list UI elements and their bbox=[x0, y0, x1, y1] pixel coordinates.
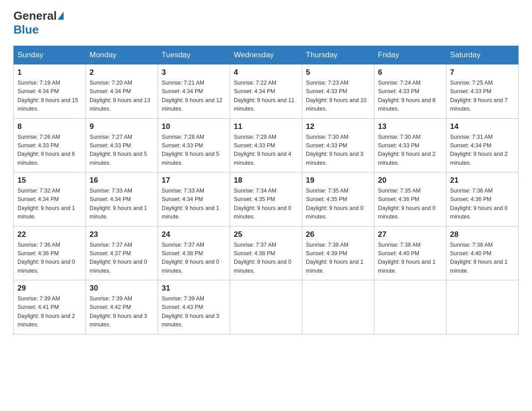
calendar-day-cell: 1Sunrise: 7:19 AMSunset: 4:34 PMDaylight… bbox=[14, 64, 86, 119]
day-info: Sunrise: 7:24 AMSunset: 4:33 PMDaylight:… bbox=[378, 79, 442, 114]
calendar-day-cell: 7Sunrise: 7:25 AMSunset: 4:33 PMDaylight… bbox=[446, 64, 519, 119]
day-number: 1 bbox=[17, 68, 82, 77]
calendar-week-row: 1Sunrise: 7:19 AMSunset: 4:34 PMDaylight… bbox=[14, 64, 519, 119]
day-number: 11 bbox=[234, 122, 298, 131]
day-info: Sunrise: 7:30 AMSunset: 4:33 PMDaylight:… bbox=[378, 133, 442, 168]
day-info: Sunrise: 7:31 AMSunset: 4:34 PMDaylight:… bbox=[450, 133, 515, 168]
calendar-day-cell: 22Sunrise: 7:36 AMSunset: 4:36 PMDayligh… bbox=[14, 226, 86, 280]
page-header: General Blue bbox=[13, 9, 519, 37]
day-info: Sunrise: 7:39 AMSunset: 4:42 PMDaylight:… bbox=[90, 295, 154, 330]
day-info: Sunrise: 7:20 AMSunset: 4:34 PMDaylight:… bbox=[90, 79, 154, 114]
calendar-day-cell: 25Sunrise: 7:37 AMSunset: 4:38 PMDayligh… bbox=[230, 226, 302, 280]
day-number: 3 bbox=[162, 68, 226, 77]
day-number: 29 bbox=[17, 284, 82, 293]
day-number: 26 bbox=[306, 230, 370, 239]
day-info: Sunrise: 7:28 AMSunset: 4:33 PMDaylight:… bbox=[162, 133, 226, 168]
calendar-day-cell: 8Sunrise: 7:26 AMSunset: 4:33 PMDaylight… bbox=[14, 118, 86, 172]
calendar-week-row: 29Sunrise: 7:39 AMSunset: 4:41 PMDayligh… bbox=[14, 280, 519, 334]
calendar-day-cell: 17Sunrise: 7:33 AMSunset: 4:34 PMDayligh… bbox=[158, 172, 230, 227]
day-number: 19 bbox=[306, 176, 370, 185]
calendar-day-cell: 9Sunrise: 7:27 AMSunset: 4:33 PMDaylight… bbox=[86, 118, 158, 172]
day-number: 4 bbox=[234, 68, 298, 77]
day-number: 31 bbox=[162, 284, 226, 293]
calendar-day-cell bbox=[374, 280, 446, 334]
calendar-day-cell: 15Sunrise: 7:32 AMSunset: 4:34 PMDayligh… bbox=[14, 172, 86, 227]
calendar-week-row: 22Sunrise: 7:36 AMSunset: 4:36 PMDayligh… bbox=[14, 226, 519, 280]
header-thursday: Thursday bbox=[302, 46, 374, 64]
day-number: 13 bbox=[378, 122, 442, 131]
header-wednesday: Wednesday bbox=[230, 46, 302, 64]
calendar-week-row: 8Sunrise: 7:26 AMSunset: 4:33 PMDaylight… bbox=[14, 118, 519, 172]
calendar-day-cell: 19Sunrise: 7:35 AMSunset: 4:35 PMDayligh… bbox=[302, 172, 374, 227]
calendar-table: Sunday Monday Tuesday Wednesday Thursday… bbox=[13, 46, 519, 334]
calendar-day-cell: 20Sunrise: 7:35 AMSunset: 4:36 PMDayligh… bbox=[374, 172, 446, 227]
day-info: Sunrise: 7:36 AMSunset: 4:36 PMDaylight:… bbox=[450, 187, 515, 222]
logo-triangle-icon bbox=[58, 12, 64, 20]
day-info: Sunrise: 7:21 AMSunset: 4:34 PMDaylight:… bbox=[162, 79, 226, 114]
calendar-day-cell: 21Sunrise: 7:36 AMSunset: 4:36 PMDayligh… bbox=[446, 172, 519, 227]
calendar-day-cell bbox=[446, 280, 519, 334]
day-number: 12 bbox=[306, 122, 370, 131]
day-info: Sunrise: 7:37 AMSunset: 4:38 PMDaylight:… bbox=[162, 241, 226, 276]
day-number: 22 bbox=[17, 230, 82, 239]
day-info: Sunrise: 7:38 AMSunset: 4:40 PMDaylight:… bbox=[450, 241, 515, 276]
header-tuesday: Tuesday bbox=[158, 46, 230, 64]
header-saturday: Saturday bbox=[446, 46, 519, 64]
day-number: 27 bbox=[378, 230, 442, 239]
day-number: 16 bbox=[90, 176, 154, 185]
calendar-day-cell bbox=[230, 280, 302, 334]
calendar-day-cell: 5Sunrise: 7:23 AMSunset: 4:33 PMDaylight… bbox=[302, 64, 374, 119]
day-number: 2 bbox=[90, 68, 154, 77]
day-info: Sunrise: 7:23 AMSunset: 4:33 PMDaylight:… bbox=[306, 79, 370, 114]
day-number: 24 bbox=[162, 230, 226, 239]
day-number: 5 bbox=[306, 68, 370, 77]
logo-general-text: General bbox=[13, 9, 57, 23]
calendar-day-cell: 6Sunrise: 7:24 AMSunset: 4:33 PMDaylight… bbox=[374, 64, 446, 119]
header-sunday: Sunday bbox=[14, 46, 86, 64]
day-number: 30 bbox=[90, 284, 154, 293]
calendar-day-cell: 12Sunrise: 7:30 AMSunset: 4:33 PMDayligh… bbox=[302, 118, 374, 172]
calendar-day-cell: 28Sunrise: 7:38 AMSunset: 4:40 PMDayligh… bbox=[446, 226, 519, 280]
calendar-day-cell: 14Sunrise: 7:31 AMSunset: 4:34 PMDayligh… bbox=[446, 118, 519, 172]
day-number: 6 bbox=[378, 68, 442, 77]
day-number: 25 bbox=[234, 230, 298, 239]
day-info: Sunrise: 7:38 AMSunset: 4:39 PMDaylight:… bbox=[306, 241, 370, 276]
day-info: Sunrise: 7:33 AMSunset: 4:34 PMDaylight:… bbox=[162, 187, 226, 222]
calendar-week-row: 15Sunrise: 7:32 AMSunset: 4:34 PMDayligh… bbox=[14, 172, 519, 227]
day-number: 28 bbox=[450, 230, 515, 239]
header-friday: Friday bbox=[374, 46, 446, 64]
day-info: Sunrise: 7:33 AMSunset: 4:34 PMDaylight:… bbox=[90, 187, 154, 222]
calendar-day-cell: 16Sunrise: 7:33 AMSunset: 4:34 PMDayligh… bbox=[86, 172, 158, 227]
calendar-day-cell: 4Sunrise: 7:22 AMSunset: 4:34 PMDaylight… bbox=[230, 64, 302, 119]
day-info: Sunrise: 7:37 AMSunset: 4:37 PMDaylight:… bbox=[90, 241, 154, 276]
day-number: 23 bbox=[90, 230, 154, 239]
day-number: 14 bbox=[450, 122, 515, 131]
calendar-day-cell: 2Sunrise: 7:20 AMSunset: 4:34 PMDaylight… bbox=[86, 64, 158, 119]
weekday-header-row: Sunday Monday Tuesday Wednesday Thursday… bbox=[14, 46, 519, 64]
day-number: 9 bbox=[90, 122, 154, 131]
day-number: 18 bbox=[234, 176, 298, 185]
calendar-day-cell: 18Sunrise: 7:34 AMSunset: 4:35 PMDayligh… bbox=[230, 172, 302, 227]
day-info: Sunrise: 7:19 AMSunset: 4:34 PMDaylight:… bbox=[17, 79, 82, 114]
day-info: Sunrise: 7:25 AMSunset: 4:33 PMDaylight:… bbox=[450, 79, 515, 114]
day-info: Sunrise: 7:29 AMSunset: 4:33 PMDaylight:… bbox=[234, 133, 298, 168]
day-info: Sunrise: 7:22 AMSunset: 4:34 PMDaylight:… bbox=[234, 79, 298, 114]
logo-blue-text: Blue bbox=[13, 23, 39, 37]
day-info: Sunrise: 7:36 AMSunset: 4:36 PMDaylight:… bbox=[17, 241, 82, 276]
calendar-day-cell bbox=[302, 280, 374, 334]
calendar-day-cell: 3Sunrise: 7:21 AMSunset: 4:34 PMDaylight… bbox=[158, 64, 230, 119]
calendar-day-cell: 31Sunrise: 7:39 AMSunset: 4:43 PMDayligh… bbox=[158, 280, 230, 334]
calendar-day-cell: 26Sunrise: 7:38 AMSunset: 4:39 PMDayligh… bbox=[302, 226, 374, 280]
day-info: Sunrise: 7:39 AMSunset: 4:43 PMDaylight:… bbox=[162, 295, 226, 330]
day-number: 10 bbox=[162, 122, 226, 131]
day-number: 21 bbox=[450, 176, 515, 185]
logo: General Blue bbox=[13, 9, 64, 37]
day-info: Sunrise: 7:38 AMSunset: 4:40 PMDaylight:… bbox=[378, 241, 442, 276]
day-info: Sunrise: 7:35 AMSunset: 4:36 PMDaylight:… bbox=[378, 187, 442, 222]
calendar-day-cell: 23Sunrise: 7:37 AMSunset: 4:37 PMDayligh… bbox=[86, 226, 158, 280]
day-info: Sunrise: 7:39 AMSunset: 4:41 PMDaylight:… bbox=[17, 295, 82, 330]
calendar-day-cell: 27Sunrise: 7:38 AMSunset: 4:40 PMDayligh… bbox=[374, 226, 446, 280]
day-info: Sunrise: 7:35 AMSunset: 4:35 PMDaylight:… bbox=[306, 187, 370, 222]
day-number: 17 bbox=[162, 176, 226, 185]
day-number: 8 bbox=[17, 122, 82, 131]
